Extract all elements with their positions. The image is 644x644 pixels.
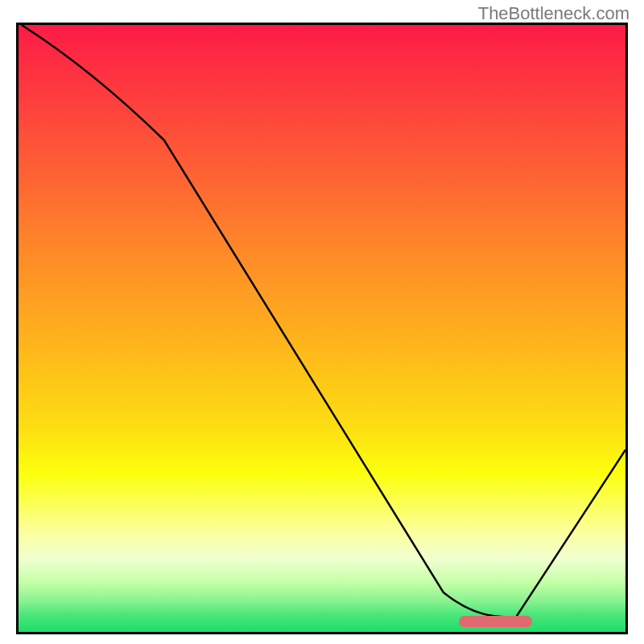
bottleneck-curve-path [22,25,625,617]
chart-plot-area [16,23,628,634]
watermark-text: TheBottleneck.com [478,3,630,24]
bottleneck-curve [19,25,625,632]
optimal-range-marker [459,616,532,627]
